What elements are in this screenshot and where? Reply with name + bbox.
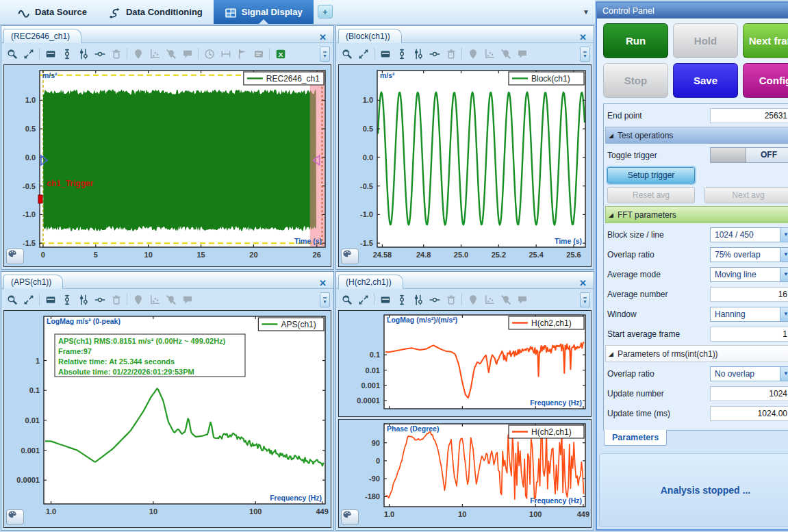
fit-expand-icon[interactable]: [356, 47, 370, 61]
pin-marker-icon[interactable]: [131, 292, 145, 307]
dropdown[interactable]: Moving line▼: [710, 267, 788, 282]
speech-bubble-icon[interactable]: [180, 292, 194, 307]
palette-button[interactable]: [341, 509, 359, 525]
pin-marker-icon[interactable]: [466, 292, 480, 307]
top-tab-signal-display[interactable]: Signal Display: [214, 0, 314, 24]
block-time-plot[interactable]: 24.5824.825.025.225.425.61.00.50.0-0.5-1…: [339, 65, 591, 266]
toolbar-overflow-button[interactable]: ••▼: [320, 292, 330, 307]
palette-button[interactable]: [341, 249, 359, 264]
chevron-down-icon[interactable]: ▼: [780, 367, 788, 381]
next-frame-button[interactable]: Next frame: [743, 23, 788, 58]
scatter-icon[interactable]: [147, 47, 162, 61]
toggle-knob[interactable]: [711, 148, 746, 162]
hold-button[interactable]: Hold: [673, 23, 738, 58]
pin-marker-icon[interactable]: [466, 47, 480, 61]
next-avg-button[interactable]: Next avg: [704, 187, 788, 203]
trigger-toggle[interactable]: OFF: [710, 147, 788, 163]
chevron-down-icon[interactable]: ▼: [780, 307, 788, 321]
close-icon[interactable]: ✕: [314, 31, 333, 42]
flag-icon[interactable]: [235, 47, 249, 61]
pin-off-icon[interactable]: [498, 292, 513, 307]
top-tab-data-conditioning[interactable]: Data Conditioning: [98, 0, 214, 24]
vertical-cursor-icon[interactable]: [60, 47, 74, 61]
palette-button[interactable]: [6, 249, 24, 264]
scatter-icon[interactable]: [147, 292, 162, 307]
pin-marker-icon[interactable]: [131, 47, 145, 61]
undo-delete-icon[interactable]: [109, 47, 123, 61]
reset-avg-button[interactable]: Reset avg: [607, 187, 695, 203]
setup-trigger-button[interactable]: Setup trigger: [607, 167, 695, 183]
field-value[interactable]: 16: [710, 287, 788, 302]
marker-sliders-icon[interactable]: [411, 47, 425, 61]
close-icon[interactable]: ✕: [574, 31, 594, 42]
h-magnitude-plot[interactable]: 0.10.010.0010.0001LogMag (m/s²)/(m/s²)Fr…: [339, 311, 591, 416]
tab-parameters[interactable]: Parameters: [604, 430, 667, 446]
palette-button[interactable]: [6, 509, 24, 525]
topbar-overflow-icon[interactable]: ▼: [583, 8, 589, 16]
display-icon[interactable]: [378, 47, 392, 61]
field-value[interactable]: 1: [710, 327, 788, 342]
zoom-refresh-icon[interactable]: [5, 47, 19, 61]
dropdown[interactable]: 75% overlap▼: [710, 247, 788, 262]
vertical-cursor-icon[interactable]: [60, 292, 74, 307]
field-value[interactable]: 25631: [710, 108, 788, 123]
marker-sliders-icon[interactable]: [76, 292, 90, 307]
aps-spectrum-plot[interactable]: 1.01010044910.10.010.0010.0001LogMag m/s…: [4, 311, 331, 527]
chevron-down-icon[interactable]: ▼: [780, 268, 788, 281]
fit-expand-icon[interactable]: [356, 292, 370, 307]
pin-off-icon[interactable]: [498, 47, 513, 61]
add-display-button[interactable]: +: [318, 5, 333, 18]
speech-bubble-icon[interactable]: [515, 292, 529, 307]
run-button[interactable]: Run: [603, 23, 668, 58]
horizontal-cursor-icon[interactable]: [427, 292, 442, 307]
stop-button[interactable]: Stop: [603, 63, 668, 98]
dropdown[interactable]: Hanning▼: [710, 307, 788, 322]
vertical-cursor-icon[interactable]: [394, 292, 409, 307]
pin-off-icon[interactable]: [164, 292, 178, 307]
horizontal-cursor-icon[interactable]: [92, 47, 107, 61]
display-icon[interactable]: [43, 47, 58, 61]
config-button[interactable]: Config: [743, 63, 788, 98]
rec-time-plot[interactable]: 05101520261.00.50.0-0.5-1.0-1.5m/s²Time …: [4, 65, 331, 266]
undo-delete-icon[interactable]: [109, 292, 123, 307]
toolbar-overflow-button[interactable]: ••▼: [580, 292, 590, 307]
chevron-down-icon[interactable]: ▼: [780, 228, 788, 242]
scatter-icon[interactable]: [482, 47, 496, 61]
toolbar-overflow-button[interactable]: ••▼: [320, 47, 330, 62]
display-icon[interactable]: [43, 292, 58, 307]
field-value[interactable]: 1024: [710, 386, 788, 401]
top-tab-data-source[interactable]: Data Source: [7, 0, 98, 24]
save-button[interactable]: Save: [673, 63, 738, 98]
close-icon[interactable]: ✕: [314, 277, 333, 288]
clock-icon[interactable]: [202, 47, 216, 61]
speech-bubble-icon[interactable]: [515, 47, 529, 61]
panel-block-tab[interactable]: (Block(ch1)): [338, 29, 402, 43]
field-value[interactable]: 1024.00: [710, 406, 788, 421]
close-icon[interactable]: ✕: [574, 277, 594, 288]
horizontal-cursor-icon[interactable]: [92, 292, 107, 307]
note-icon[interactable]: [251, 47, 266, 61]
horizontal-cursor-icon[interactable]: [427, 47, 442, 61]
marker-sliders-icon[interactable]: [411, 292, 425, 307]
speech-bubble-icon[interactable]: [180, 47, 194, 61]
toolbar-overflow-button[interactable]: ••▼: [580, 47, 590, 62]
dropdown[interactable]: 1024 / 450▼: [710, 227, 788, 242]
chevron-down-icon[interactable]: ▼: [780, 248, 788, 262]
section-test-operations[interactable]: ◢Test operations: [605, 127, 788, 144]
excel-export-icon[interactable]: X: [273, 47, 288, 61]
display-icon[interactable]: [378, 292, 392, 307]
marker-sliders-icon[interactable]: [76, 47, 90, 61]
h-phase-plot[interactable]: 1.010100449900-90-180Phase (Degree)Frequ…: [339, 420, 591, 527]
pin-off-icon[interactable]: [164, 47, 178, 61]
measure-icon[interactable]: [218, 47, 233, 61]
panel-aps-tab[interactable]: (APS(ch1)): [3, 275, 63, 289]
fit-expand-icon[interactable]: [21, 292, 36, 307]
panel-rec-tab[interactable]: (REC2646_ch1): [3, 29, 81, 43]
zoom-refresh-icon[interactable]: [5, 292, 19, 307]
scatter-icon[interactable]: [482, 292, 496, 307]
undo-delete-icon[interactable]: [444, 47, 458, 61]
section-parameters-of-rms-int-ch1-[interactable]: ◢Parameters of rms(int(ch1)): [605, 345, 788, 362]
section-fft-parameters[interactable]: ◢FFT parameters: [605, 206, 788, 223]
panel-h-tab[interactable]: (H(ch2,ch1)): [338, 275, 403, 289]
zoom-refresh-icon[interactable]: [340, 47, 354, 61]
